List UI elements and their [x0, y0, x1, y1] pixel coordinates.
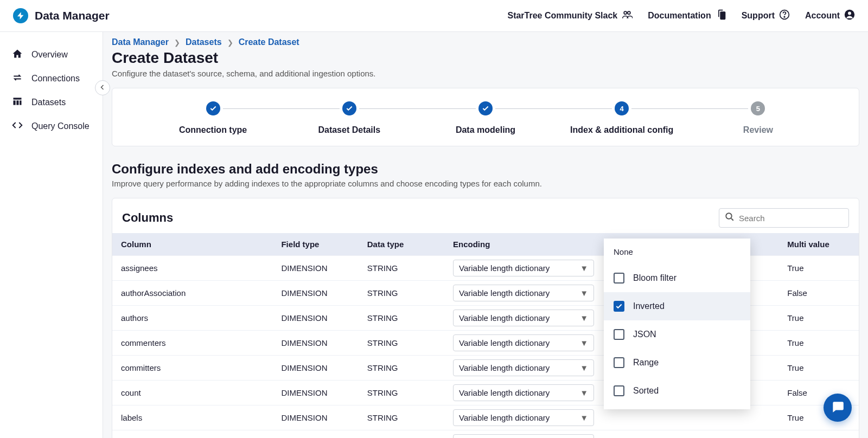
step-number: 5	[751, 101, 765, 115]
brand[interactable]: Data Manager	[13, 8, 110, 23]
sidebar-item-datasets[interactable]: Datasets	[0, 91, 103, 114]
cell-data-type: STRING	[359, 356, 444, 381]
encoding-value: Variable length dictionary	[459, 313, 550, 323]
nav-account[interactable]: Account	[805, 9, 855, 22]
cell-column: commenters	[112, 331, 272, 356]
chat-icon	[831, 400, 845, 416]
help-icon	[779, 9, 790, 22]
sidebar-item-label: Datasets	[31, 98, 66, 107]
cell-multi-value: False	[778, 430, 859, 439]
svg-rect-7	[14, 100, 16, 105]
nav-slack-label: StarTree Community Slack	[507, 11, 617, 21]
cell-field-type: DIMENSION	[272, 331, 358, 356]
check-icon	[478, 101, 493, 115]
encoding-select[interactable]: Variable length dictionary▼	[453, 434, 594, 438]
caret-down-icon: ▼	[580, 413, 588, 422]
stepper-card: Connection type Dataset Details Data mod…	[112, 88, 859, 146]
table-row: mergedByDIMENSIONSTRINGVariable length d…	[112, 430, 859, 439]
step-line	[359, 108, 476, 109]
cell-indexing	[611, 430, 778, 439]
step-line	[495, 108, 612, 109]
step-label: Data modeling	[456, 125, 515, 135]
encoding-select[interactable]: Variable length dictionary▼	[453, 384, 594, 401]
encoding-value: Variable length dictionary	[459, 363, 550, 372]
breadcrumb-current: Create Dataset	[239, 37, 299, 47]
cell-field-type: DIMENSION	[272, 256, 358, 281]
cell-data-type: STRING	[359, 381, 444, 405]
help-fab[interactable]	[824, 394, 852, 422]
encoding-select[interactable]: Variable length dictionary▼	[453, 359, 594, 376]
encoding-value: Variable length dictionary	[459, 288, 550, 298]
encoding-select[interactable]: Variable length dictionary▼	[453, 310, 594, 326]
sidebar-item-connections[interactable]: Connections	[0, 67, 103, 91]
section-head: Configure indexes and add encoding types…	[112, 162, 859, 188]
page-title: Create Dataset	[112, 49, 859, 67]
table-icon	[12, 96, 23, 109]
topbar: Data Manager StarTree Community Slack Do…	[0, 0, 868, 32]
indexing-option-label: Range	[633, 358, 659, 368]
svg-point-10	[726, 213, 732, 219]
user-icon	[844, 9, 855, 22]
cell-column: committers	[112, 356, 272, 381]
indexing-dropdown[interactable]: None Bloom filterInvertedJSONRangeSorted	[604, 239, 750, 409]
indexing-option[interactable]: Sorted	[604, 377, 750, 405]
checkbox-icon	[614, 329, 624, 340]
svg-rect-9	[20, 100, 21, 105]
encoding-select[interactable]: Variable length dictionary▼	[453, 409, 594, 426]
cell-multi-value: True	[778, 256, 859, 281]
collapse-sidebar-button[interactable]	[95, 80, 110, 95]
th-data-type: Data type	[359, 233, 444, 256]
indexing-option[interactable]: JSON	[604, 320, 750, 349]
indexing-option[interactable]: Bloom filter	[604, 264, 750, 292]
step-connection-type[interactable]: Connection type	[145, 101, 281, 135]
columns-title: Columns	[122, 211, 173, 225]
step-data-modeling[interactable]: Data modeling	[417, 101, 553, 135]
breadcrumb-link[interactable]: Datasets	[186, 37, 222, 47]
nav-docs-label: Documentation	[648, 11, 711, 21]
encoding-select[interactable]: Variable length dictionary▼	[453, 334, 594, 351]
swap-icon	[12, 72, 23, 85]
search-box[interactable]	[719, 208, 849, 228]
sidebar-item-label: Connections	[31, 74, 80, 83]
encoding-select[interactable]: Variable length dictionary▼	[453, 285, 594, 301]
sidebar-item-overview[interactable]: Overview	[0, 43, 103, 67]
cell-multi-value: True	[778, 356, 859, 381]
encoding-value: Variable length dictionary	[459, 388, 550, 397]
indexing-option-none[interactable]: None	[604, 241, 750, 264]
step-label: Connection type	[179, 125, 247, 135]
cell-encoding: Variable length dictionary▼	[444, 405, 611, 430]
svg-point-0	[624, 11, 627, 14]
cell-column: mergedBy	[112, 430, 272, 439]
cell-column: authorAssociation	[112, 281, 272, 306]
step-index-config[interactable]: 4 Index & additional config	[554, 101, 690, 135]
step-label: Dataset Details	[318, 125, 380, 135]
step-label: Index & additional config	[570, 125, 673, 135]
step-dataset-details[interactable]: Dataset Details	[281, 101, 417, 135]
cell-encoding: Variable length dictionary▼	[444, 356, 611, 381]
sidebar-item-query-console[interactable]: Query Console	[0, 114, 103, 138]
indexing-option[interactable]: Inverted	[604, 292, 750, 320]
step-review[interactable]: 5 Review	[690, 101, 826, 135]
caret-down-icon: ▼	[580, 338, 588, 347]
indexing-option[interactable]: Range	[604, 349, 750, 377]
topnav: StarTree Community Slack Documentation S…	[507, 9, 855, 22]
svg-rect-8	[16, 100, 18, 105]
chevron-right-icon: ❯	[174, 38, 180, 47]
svg-rect-6	[14, 98, 22, 99]
cell-data-type: STRING	[359, 331, 444, 356]
nav-docs[interactable]: Documentation	[648, 9, 726, 22]
breadcrumb-link[interactable]: Data Manager	[112, 37, 169, 47]
check-icon	[342, 101, 356, 115]
step-number: 4	[615, 101, 629, 115]
encoding-select[interactable]: Variable length dictionary▼	[453, 260, 594, 276]
search-input[interactable]	[739, 214, 843, 223]
nav-support[interactable]: Support	[742, 9, 790, 22]
cell-encoding: Variable length dictionary▼	[444, 331, 611, 356]
step-label: Review	[743, 125, 773, 135]
brand-title: Data Manager	[35, 9, 110, 22]
cell-field-type: DIMENSION	[272, 430, 358, 439]
nav-support-label: Support	[742, 11, 775, 21]
nav-slack[interactable]: StarTree Community Slack	[507, 9, 633, 22]
caret-down-icon: ▼	[580, 388, 588, 397]
cell-encoding: Variable length dictionary▼	[444, 430, 611, 439]
